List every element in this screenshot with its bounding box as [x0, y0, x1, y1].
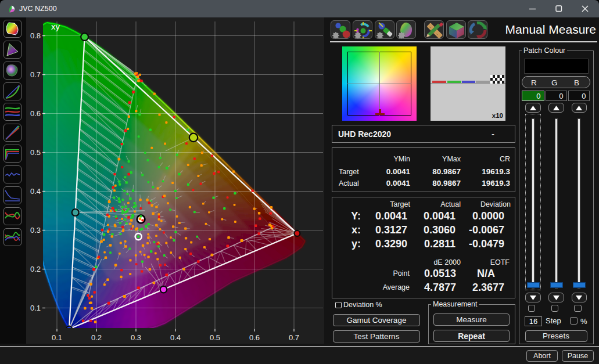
svg-text:0.1: 0.1	[52, 333, 62, 342]
svg-text:0.6: 0.6	[249, 333, 260, 342]
svg-text:0.7: 0.7	[289, 333, 299, 342]
svg-text:0.2: 0.2	[30, 265, 41, 273]
svg-text:0.7: 0.7	[30, 70, 41, 79]
svg-text:0.5: 0.5	[30, 148, 41, 157]
svg-text:0.4: 0.4	[170, 333, 181, 342]
svg-text:0.3: 0.3	[131, 333, 141, 342]
svg-text:0.4: 0.4	[30, 187, 41, 196]
svg-text:0.1: 0.1	[30, 304, 41, 312]
svg-text:0.8: 0.8	[30, 31, 41, 40]
svg-text:0.3: 0.3	[30, 226, 41, 235]
svg-text:0.6: 0.6	[30, 109, 41, 118]
svg-text:0.2: 0.2	[91, 333, 102, 342]
svg-text:xy: xy	[51, 21, 60, 31]
svg-text:0.5: 0.5	[210, 333, 220, 342]
